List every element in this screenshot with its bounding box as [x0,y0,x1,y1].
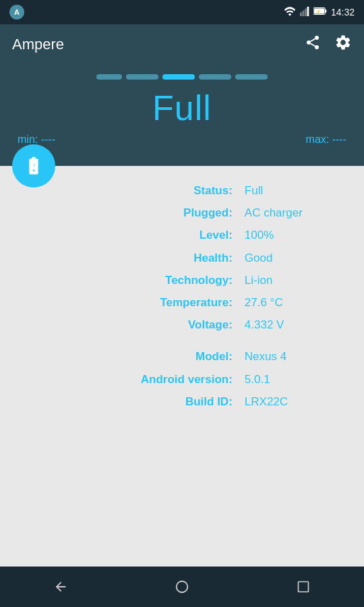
status-bar: A ⚡ 1 [0,0,364,24]
build-id-label: Build ID: [74,391,237,413]
svg-rect-2 [305,8,307,16]
svg-point-13 [177,581,188,593]
level-row: Level: 100% [74,224,351,246]
temperature-row: Temperature: 27.6 °C [74,291,351,314]
android-version-value: 5.0.1 [237,368,351,391]
level-label: Level: [74,224,237,246]
voltage-value: 4.332 V [237,314,351,336]
svg-rect-3 [307,7,309,16]
dash-3 [162,74,195,80]
voltage-label: Voltage: [74,314,237,336]
info-table: Status: Full Plugged: AC charger Level: … [74,179,351,413]
svg-line-12 [311,39,315,42]
svg-rect-5 [325,9,326,12]
build-id-row: Build ID: LRX22C [74,391,351,413]
recent-apps-button[interactable] [283,573,324,600]
home-button[interactable] [162,573,202,600]
signal-icon [300,7,309,18]
svg-rect-1 [302,10,304,16]
status-bar-left: A [9,5,24,20]
voltage-row: Voltage: 4.332 V [74,314,351,336]
battery-circle-icon [12,144,55,187]
svg-point-9 [307,40,311,45]
svg-point-8 [315,36,319,40]
bottom-nav [0,567,364,607]
header-section: Full min: ---- max: ---- [0,65,364,166]
status-time: 14:32 [331,7,355,18]
svg-line-11 [311,44,315,47]
model-label: Model: [74,345,237,368]
model-row: Model: Nexus 4 [74,345,351,368]
android-version-row: Android version: 5.0.1 [74,368,351,391]
status-bar-right: ⚡ 14:32 [284,7,355,18]
dash-4 [199,74,231,80]
charge-status-text: Full [152,88,212,128]
technology-row: Technology: Li-ion [74,269,351,291]
main-content: Status: Full Plugged: AC charger Level: … [0,166,364,567]
level-value: 100% [237,224,351,246]
dash-2 [126,74,158,80]
temperature-label: Temperature: [74,291,237,314]
svg-rect-14 [299,582,309,592]
plugged-value: AC charger [237,202,351,224]
status-label: Status: [74,179,237,202]
status-row: Status: Full [74,179,351,202]
settings-icon[interactable] [334,34,352,55]
svg-rect-0 [300,12,302,16]
app-notification-icon: A [9,5,24,20]
health-label: Health: [74,247,237,269]
temperature-value: 27.6 °C [237,291,351,314]
health-value: Good [237,247,351,269]
app-bar: Ampere [0,24,364,65]
health-row: Health: Good [74,247,351,269]
battery-status-icon: ⚡ [313,7,327,18]
dash-1 [96,74,122,80]
svg-text:⚡: ⚡ [316,9,322,14]
plugged-row: Plugged: AC charger [74,202,351,224]
technology-value: Li-ion [237,269,351,291]
battery-bolt-icon [23,155,44,177]
status-value: Full [237,179,351,202]
app-title: Ampere [12,36,64,53]
android-version-label: Android version: [74,368,237,391]
technology-label: Technology: [74,269,237,291]
model-value: Nexus 4 [237,345,351,368]
dash-5 [235,74,268,80]
back-button[interactable] [40,573,81,600]
build-id-value: LRX22C [237,391,351,413]
svg-point-10 [315,45,319,49]
max-label: max: ---- [306,134,346,146]
share-icon[interactable] [305,34,321,55]
progress-bar [96,74,268,80]
plugged-label: Plugged: [74,202,237,224]
app-bar-icons [305,34,352,55]
wifi-icon [284,7,296,18]
min-max-row: min: ---- max: ---- [13,134,351,146]
